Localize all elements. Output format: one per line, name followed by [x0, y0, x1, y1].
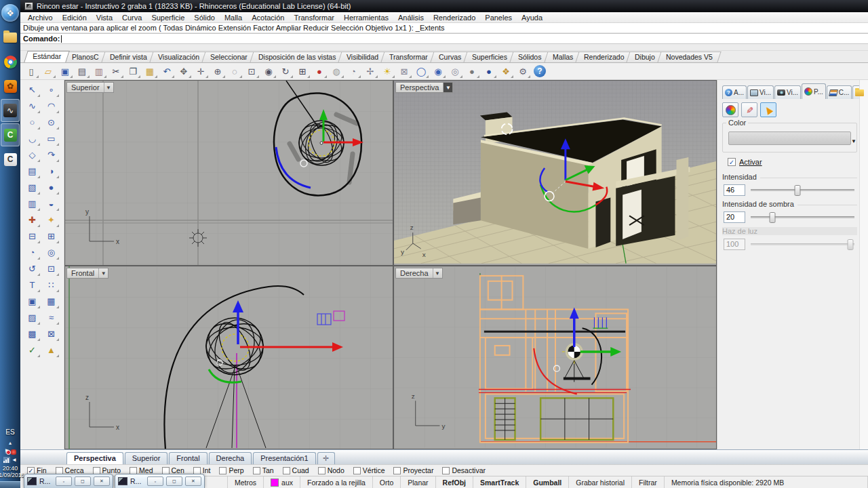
- layer-field[interactable]: aux: [264, 476, 300, 488]
- color-dropdown[interactable]: [728, 131, 851, 145]
- panel-tab-vista[interactable]: Vi...: [774, 85, 801, 99]
- minimize-button[interactable]: ▫: [147, 476, 163, 486]
- minimize-button[interactable]: ▫: [56, 476, 72, 486]
- taskbar-explorer[interactable]: [1, 26, 20, 49]
- array-tool-icon[interactable]: ▦: [42, 293, 60, 309]
- intensity-slider[interactable]: [751, 189, 854, 191]
- paste-icon[interactable]: ▦: [142, 64, 158, 79]
- car-icon[interactable]: ●: [311, 64, 328, 79]
- osnap-option[interactable]: Proyectar: [393, 466, 433, 474]
- menu-item[interactable]: Curva: [117, 14, 146, 22]
- curve-edit-tool-icon[interactable]: ↺: [23, 261, 41, 277]
- checkbox[interactable]: [27, 467, 35, 474]
- slider-thumb[interactable]: [770, 212, 776, 223]
- help-icon[interactable]: ?: [534, 65, 546, 77]
- zoom-dynamic-icon[interactable]: ◌: [226, 64, 243, 79]
- grid-snap-toggle[interactable]: Forzado a la rejilla: [300, 476, 373, 488]
- boolean-difference-tool-icon[interactable]: ✦: [42, 212, 60, 228]
- ribbon-tab[interactable]: Visibilidad: [338, 52, 387, 62]
- ghosted-mode-icon[interactable]: ◎: [447, 64, 463, 79]
- point-cloud-tool-icon[interactable]: ∷: [42, 277, 60, 293]
- surface-plane-tool-icon[interactable]: ▤: [23, 163, 41, 179]
- polygon-tool-icon[interactable]: ◇: [23, 147, 41, 163]
- menu-item[interactable]: Ayuda: [517, 14, 547, 22]
- new-document-icon[interactable]: ▯: [23, 64, 39, 79]
- cut-icon[interactable]: ✂: [108, 64, 124, 79]
- gumball-toggle[interactable]: Gumball: [526, 476, 569, 488]
- print-icon[interactable]: ▤: [74, 64, 90, 79]
- dropdown-arrow-icon[interactable]: ▼: [851, 138, 856, 144]
- add-viewport-tab[interactable]: ✛: [317, 452, 335, 464]
- taskbar-camtasia[interactable]: C: [1, 123, 20, 146]
- viewport-tab-presentacion1[interactable]: Presentación1: [253, 452, 315, 464]
- clipboard-icon[interactable]: ▥: [91, 64, 107, 79]
- viewport-perspectiva[interactable]: z y x Perspectiva ▼: [394, 81, 716, 265]
- menu-item[interactable]: Paneles: [480, 14, 517, 22]
- activar-checkbox[interactable]: ✓: [728, 158, 736, 166]
- shaded-mode-icon[interactable]: ◉: [430, 64, 446, 79]
- osnap-option[interactable]: Perp: [219, 466, 243, 474]
- viewport-menu-arrow-icon[interactable]: ▼: [104, 83, 113, 92]
- date[interactable]: 21/09/2015: [0, 472, 24, 479]
- taskbar-camtasia-recorder[interactable]: C: [1, 148, 20, 171]
- block-tool-icon[interactable]: ▣: [23, 293, 41, 309]
- viewport-tab-superior[interactable]: Superior: [125, 452, 168, 464]
- lock-icon[interactable]: ⊠: [396, 64, 412, 79]
- viewport-label-frontal[interactable]: Frontal ▼: [66, 268, 108, 279]
- viewport-menu-arrow-icon[interactable]: ▼: [433, 268, 442, 278]
- color-wheel-button[interactable]: [722, 102, 738, 117]
- menu-item[interactable]: Renderizado: [429, 14, 480, 22]
- grid-tool-icon[interactable]: ▩: [23, 326, 41, 342]
- raytraced-mode-icon[interactable]: ●: [481, 64, 497, 79]
- intensity-value[interactable]: 46: [724, 184, 745, 196]
- ribbon-tab[interactable]: Definir vista: [101, 52, 155, 62]
- shadow-intensity-slider[interactable]: [751, 216, 854, 218]
- mesh-tool-icon[interactable]: ▨: [23, 310, 41, 325]
- viewport-label-perspectiva[interactable]: Perspectiva ▼: [395, 82, 453, 93]
- visibility-icon[interactable]: ◍: [328, 64, 344, 79]
- menu-item[interactable]: Transformar: [289, 14, 339, 22]
- split-tool-icon[interactable]: ⊞: [42, 228, 60, 244]
- light-pointer-button[interactable]: [760, 102, 776, 117]
- osnap-option[interactable]: Cuad: [283, 466, 309, 474]
- circle-tool-icon[interactable]: ○: [23, 115, 41, 130]
- helix-tool-icon[interactable]: ↷: [42, 147, 60, 163]
- maximize-button[interactable]: ◻: [166, 476, 182, 486]
- osnap-option[interactable]: Vértice: [353, 466, 385, 474]
- ribbon-tab[interactable]: PlanosC: [63, 52, 107, 62]
- hatch-tool-icon[interactable]: ≈: [42, 310, 60, 325]
- zoom-selected-icon[interactable]: ◉: [260, 64, 277, 79]
- close-button[interactable]: ✕: [185, 476, 201, 486]
- command-input[interactable]: Comando:: [20, 33, 868, 44]
- record-history-toggle[interactable]: Grabar historial: [569, 476, 632, 488]
- taskbar-xnview[interactable]: ✿: [1, 75, 20, 98]
- panel-tab-capas[interactable]: C...: [827, 85, 852, 99]
- move-icon[interactable]: ✛: [193, 64, 209, 79]
- circle-center-icon[interactable]: ◔: [345, 64, 361, 79]
- checkbox[interactable]: [393, 467, 401, 474]
- undo-icon[interactable]: ↶: [159, 64, 175, 79]
- osnap-option[interactable]: Desactivar: [442, 466, 486, 474]
- pan-hand-icon[interactable]: ✥: [176, 64, 192, 79]
- ribbon-tab[interactable]: Renderizado: [575, 52, 633, 62]
- ribbon-tab[interactable]: Visualización: [149, 52, 208, 62]
- polyline-tool-icon[interactable]: ∿: [23, 98, 41, 114]
- zoom-window-icon[interactable]: ⊡: [243, 64, 260, 79]
- viewport-layout-icon[interactable]: ⊞: [294, 64, 311, 79]
- recorder-window-1[interactable]: R... ▫ ◻ ✕: [24, 474, 113, 488]
- slider-thumb[interactable]: [794, 185, 800, 196]
- menu-item[interactable]: Malla: [220, 14, 247, 22]
- offset-tool-icon[interactable]: ◎: [42, 245, 60, 260]
- viewport-menu-arrow-icon[interactable]: ▼: [98, 268, 108, 278]
- checkbox[interactable]: [93, 467, 100, 474]
- checkbox[interactable]: [353, 467, 361, 474]
- ribbon-tab[interactable]: Disposición de las vistas: [250, 52, 344, 62]
- ribbon-tab[interactable]: Transformar: [380, 52, 436, 62]
- wireframe-mode-icon[interactable]: ◯: [413, 64, 429, 79]
- taskbar-chrome[interactable]: [1, 50, 20, 73]
- osnap-toggle[interactable]: RefObj: [436, 476, 473, 488]
- checkbox[interactable]: [283, 467, 290, 474]
- filter-toggle[interactable]: Filtrar: [632, 476, 665, 488]
- select-tool-icon[interactable]: ↖: [23, 82, 41, 98]
- menu-item[interactable]: Acotación: [247, 14, 289, 22]
